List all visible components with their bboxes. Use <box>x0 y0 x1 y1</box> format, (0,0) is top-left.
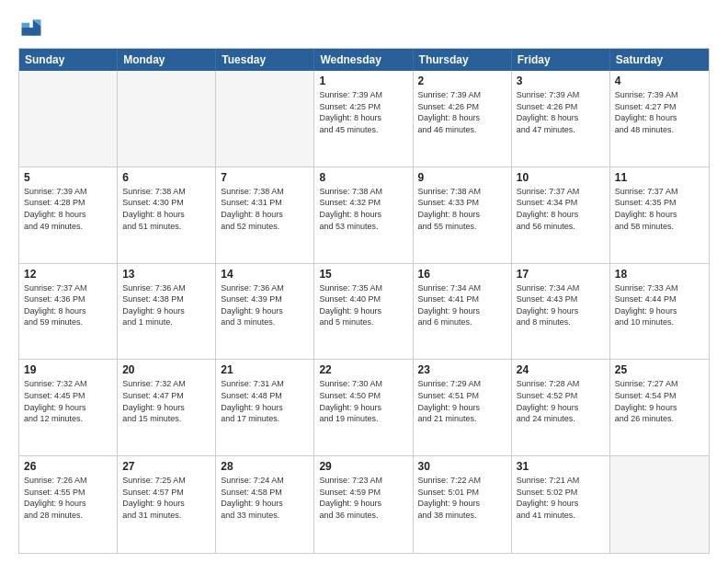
day-number: 4 <box>615 75 704 87</box>
cal-cell: 6Sunrise: 7:38 AM Sunset: 4:30 PM Daylig… <box>118 167 216 263</box>
cal-cell: 5Sunrise: 7:39 AM Sunset: 4:28 PM Daylig… <box>19 167 118 263</box>
day-detail: Sunrise: 7:36 AM Sunset: 4:39 PM Dayligh… <box>221 282 309 328</box>
day-number: 6 <box>122 171 210 184</box>
day-number: 3 <box>517 75 605 87</box>
day-number: 12 <box>24 268 112 281</box>
cal-cell: 24Sunrise: 7:28 AM Sunset: 4:52 PM Dayli… <box>512 360 610 455</box>
day-header-monday: Monday <box>118 49 216 71</box>
cal-cell: 1Sunrise: 7:39 AM Sunset: 4:25 PM Daylig… <box>314 71 413 167</box>
day-detail: Sunrise: 7:37 AM Sunset: 4:36 PM Dayligh… <box>24 282 112 328</box>
day-number: 27 <box>122 460 210 473</box>
cal-cell <box>118 71 216 167</box>
cal-cell: 11Sunrise: 7:37 AM Sunset: 4:35 PM Dayli… <box>610 167 709 263</box>
day-detail: Sunrise: 7:22 AM Sunset: 5:01 PM Dayligh… <box>418 475 506 521</box>
day-number: 26 <box>24 460 112 473</box>
week-row-1: 1Sunrise: 7:39 AM Sunset: 4:25 PM Daylig… <box>19 71 709 167</box>
day-number: 22 <box>319 363 407 376</box>
day-detail: Sunrise: 7:35 AM Sunset: 4:40 PM Dayligh… <box>319 282 407 328</box>
week-row-3: 12Sunrise: 7:37 AM Sunset: 4:36 PM Dayli… <box>19 264 709 361</box>
day-number: 29 <box>319 460 407 473</box>
day-number: 18 <box>615 268 704 281</box>
day-header-tuesday: Tuesday <box>216 49 314 71</box>
cal-cell: 30Sunrise: 7:22 AM Sunset: 5:01 PM Dayli… <box>414 456 512 553</box>
day-detail: Sunrise: 7:30 AM Sunset: 4:50 PM Dayligh… <box>319 378 407 424</box>
day-detail: Sunrise: 7:32 AM Sunset: 4:47 PM Dayligh… <box>122 378 210 424</box>
cal-cell: 27Sunrise: 7:25 AM Sunset: 4:57 PM Dayli… <box>118 456 216 553</box>
cal-cell: 22Sunrise: 7:30 AM Sunset: 4:50 PM Dayli… <box>314 360 413 455</box>
day-number: 16 <box>418 268 506 281</box>
day-number: 7 <box>221 171 309 184</box>
cal-cell: 18Sunrise: 7:33 AM Sunset: 4:44 PM Dayli… <box>610 264 709 360</box>
cal-cell: 4Sunrise: 7:39 AM Sunset: 4:27 PM Daylig… <box>610 71 709 167</box>
day-detail: Sunrise: 7:38 AM Sunset: 4:32 PM Dayligh… <box>319 186 407 232</box>
cal-cell: 2Sunrise: 7:39 AM Sunset: 4:26 PM Daylig… <box>414 71 512 167</box>
cal-cell <box>610 456 709 553</box>
week-row-5: 26Sunrise: 7:26 AM Sunset: 4:55 PM Dayli… <box>19 456 709 553</box>
day-number: 23 <box>418 363 506 376</box>
day-header-wednesday: Wednesday <box>314 49 413 71</box>
day-number: 30 <box>418 460 506 473</box>
cal-cell: 17Sunrise: 7:34 AM Sunset: 4:43 PM Dayli… <box>512 264 610 360</box>
day-detail: Sunrise: 7:24 AM Sunset: 4:58 PM Dayligh… <box>221 475 309 521</box>
day-detail: Sunrise: 7:37 AM Sunset: 4:35 PM Dayligh… <box>615 186 704 232</box>
day-number: 20 <box>122 363 210 376</box>
cal-cell: 7Sunrise: 7:38 AM Sunset: 4:31 PM Daylig… <box>216 167 314 263</box>
day-header-sunday: Sunday <box>19 49 118 71</box>
day-number: 19 <box>24 363 112 376</box>
day-number: 31 <box>517 460 605 473</box>
day-number: 15 <box>319 268 407 281</box>
day-detail: Sunrise: 7:23 AM Sunset: 4:59 PM Dayligh… <box>319 475 407 521</box>
day-detail: Sunrise: 7:36 AM Sunset: 4:38 PM Dayligh… <box>122 282 210 328</box>
day-detail: Sunrise: 7:33 AM Sunset: 4:44 PM Dayligh… <box>615 282 704 328</box>
cal-cell: 15Sunrise: 7:35 AM Sunset: 4:40 PM Dayli… <box>314 264 413 360</box>
cal-cell: 16Sunrise: 7:34 AM Sunset: 4:41 PM Dayli… <box>414 264 512 360</box>
day-detail: Sunrise: 7:38 AM Sunset: 4:31 PM Dayligh… <box>221 186 309 232</box>
cal-cell: 8Sunrise: 7:38 AM Sunset: 4:32 PM Daylig… <box>314 167 413 263</box>
day-number: 11 <box>615 171 704 184</box>
day-number: 17 <box>517 268 605 281</box>
calendar-header: SundayMondayTuesdayWednesdayThursdayFrid… <box>19 49 709 71</box>
day-header-friday: Friday <box>512 49 610 71</box>
day-detail: Sunrise: 7:34 AM Sunset: 4:43 PM Dayligh… <box>517 282 605 328</box>
week-row-4: 19Sunrise: 7:32 AM Sunset: 4:45 PM Dayli… <box>19 360 709 456</box>
week-row-2: 5Sunrise: 7:39 AM Sunset: 4:28 PM Daylig… <box>19 167 709 264</box>
cal-cell: 14Sunrise: 7:36 AM Sunset: 4:39 PM Dayli… <box>216 264 314 360</box>
day-number: 28 <box>221 460 309 473</box>
cal-cell <box>216 71 314 167</box>
day-detail: Sunrise: 7:39 AM Sunset: 4:28 PM Dayligh… <box>24 186 112 232</box>
day-header-saturday: Saturday <box>610 49 709 71</box>
cal-cell: 12Sunrise: 7:37 AM Sunset: 4:36 PM Dayli… <box>19 264 118 360</box>
cal-cell: 31Sunrise: 7:21 AM Sunset: 5:02 PM Dayli… <box>512 456 610 553</box>
cal-cell: 23Sunrise: 7:29 AM Sunset: 4:51 PM Dayli… <box>414 360 512 455</box>
cal-cell: 21Sunrise: 7:31 AM Sunset: 4:48 PM Dayli… <box>216 360 314 455</box>
day-number: 5 <box>24 171 112 184</box>
day-detail: Sunrise: 7:34 AM Sunset: 4:41 PM Dayligh… <box>418 282 506 328</box>
logo-icon <box>18 15 44 40</box>
cal-cell: 25Sunrise: 7:27 AM Sunset: 4:54 PM Dayli… <box>610 360 709 455</box>
day-detail: Sunrise: 7:27 AM Sunset: 4:54 PM Dayligh… <box>615 378 704 424</box>
logo <box>18 15 48 40</box>
day-detail: Sunrise: 7:39 AM Sunset: 4:25 PM Dayligh… <box>319 89 407 135</box>
day-detail: Sunrise: 7:39 AM Sunset: 4:26 PM Dayligh… <box>418 89 506 135</box>
day-detail: Sunrise: 7:25 AM Sunset: 4:57 PM Dayligh… <box>122 475 210 521</box>
day-detail: Sunrise: 7:39 AM Sunset: 4:27 PM Dayligh… <box>615 89 704 135</box>
cal-cell: 29Sunrise: 7:23 AM Sunset: 4:59 PM Dayli… <box>314 456 413 553</box>
svg-rect-3 <box>22 28 35 36</box>
cal-cell: 26Sunrise: 7:26 AM Sunset: 4:55 PM Dayli… <box>19 456 118 553</box>
cal-cell: 20Sunrise: 7:32 AM Sunset: 4:47 PM Dayli… <box>118 360 216 455</box>
day-number: 8 <box>319 171 407 184</box>
day-detail: Sunrise: 7:29 AM Sunset: 4:51 PM Dayligh… <box>418 378 506 424</box>
day-header-thursday: Thursday <box>414 49 512 71</box>
day-detail: Sunrise: 7:39 AM Sunset: 4:26 PM Dayligh… <box>517 89 605 135</box>
cal-cell: 3Sunrise: 7:39 AM Sunset: 4:26 PM Daylig… <box>512 71 610 167</box>
day-number: 25 <box>615 363 704 376</box>
page: SundayMondayTuesdayWednesdayThursdayFrid… <box>0 0 728 563</box>
day-number: 10 <box>517 171 605 184</box>
day-detail: Sunrise: 7:38 AM Sunset: 4:33 PM Dayligh… <box>418 186 506 232</box>
day-detail: Sunrise: 7:32 AM Sunset: 4:45 PM Dayligh… <box>24 378 112 424</box>
header <box>18 15 710 40</box>
day-number: 14 <box>221 268 309 281</box>
day-detail: Sunrise: 7:21 AM Sunset: 5:02 PM Dayligh… <box>517 475 605 521</box>
day-number: 9 <box>418 171 506 184</box>
day-detail: Sunrise: 7:31 AM Sunset: 4:48 PM Dayligh… <box>221 378 309 424</box>
